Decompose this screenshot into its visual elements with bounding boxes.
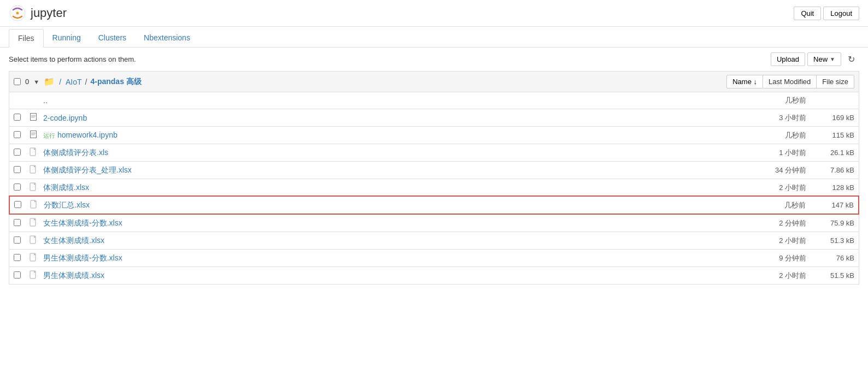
file-icon [29,218,39,228]
file-checkbox[interactable] [14,131,21,138]
file-size: 147 kB [810,201,854,209]
file-checkbox[interactable] [14,166,21,173]
file-row: 男生体测成绩.xlsx2 小时前51.5 kB [9,266,859,285]
tab-running[interactable]: Running [44,29,90,48]
notebook-icon [29,112,39,123]
file-modified: 1 小时前 [708,148,806,158]
file-icon [29,253,39,263]
file-name-link[interactable]: 女生体测成绩-分数.xlsx [43,218,703,228]
file-svg-icon [29,270,38,279]
file-checkbox[interactable] [14,271,21,279]
svg-rect-3 [31,114,36,120]
file-checkbox[interactable] [14,254,21,261]
file-svg-icon [29,235,38,244]
file-row: 运行homework4.ipynb几秒前115 kB [9,126,859,144]
file-row: 体侧成绩评分表.xls1 小时前26.1 kB [9,144,859,161]
file-size: 115 kB [811,131,854,139]
folder-icon: 📁 [44,76,55,87]
upload-button[interactable]: Upload [771,52,805,66]
file-checkbox[interactable] [14,201,21,208]
breadcrumb-root[interactable]: / [59,78,61,86]
file-modified: 9 分钟前 [708,253,806,263]
file-modified: 2 分钟前 [708,218,806,228]
file-checkbox[interactable] [14,114,21,121]
file-size-header[interactable]: File size [817,75,854,88]
file-list: 0 ▼ 📁 / AIoT / 4-pandas 高级 Name ↓ Last M… [0,71,868,285]
logo: jupyter [9,4,67,22]
file-svg-icon [29,218,38,227]
file-modified: 3 小时前 [708,113,806,123]
file-size: 51.5 kB [811,271,854,280]
tab-nbextensions[interactable]: Nbextensions [135,29,199,48]
file-size: 128 kB [811,183,854,192]
svg-rect-8 [31,131,36,138]
file-icon [29,147,39,158]
file-modified: 几秒前 [708,96,806,105]
notebook-svg-icon [29,112,38,121]
jupyter-logo-icon [9,4,26,22]
tabs: Files Running Clusters Nbextensions [0,29,868,48]
file-row: 男生体测成绩-分数.xlsx9 分钟前76 kB [9,249,859,266]
file-name-link[interactable]: 运行homework4.ipynb [43,131,703,140]
sort-name-button[interactable]: Name ↓ [726,75,763,88]
file-row: 女生体测成绩-分数.xlsx2 分钟前75.9 kB [9,214,859,232]
running-badge: 运行 [43,132,55,139]
toolbar: Select items to perform actions on them.… [0,48,868,71]
file-checkbox[interactable] [14,219,21,226]
file-icon [29,270,39,281]
file-name-link[interactable]: .. [43,96,703,105]
notebook-svg-icon [29,130,38,139]
file-rows-container: ..几秒前 2-code.ipynb3 小时前169 kB 运行homework… [9,92,859,285]
file-modified: 几秒前 [708,131,806,140]
file-size: 76 kB [811,254,854,262]
file-checkbox[interactable] [14,236,21,244]
file-svg-icon [29,165,38,174]
file-icon [30,200,39,210]
file-name-link[interactable]: 2-code.ipynb [43,114,703,122]
file-row: 女生体测成绩.xlsx2 小时前51.3 kB [9,232,859,249]
new-dropdown-arrow: ▼ [830,56,835,62]
file-checkbox[interactable] [14,149,21,156]
file-name-link[interactable]: 男生体测成绩.xlsx [43,271,703,281]
file-size: 75.9 kB [811,219,854,227]
sort-dropdown-arrow[interactable]: ▼ [33,79,39,85]
header-buttons: Quit Logout [794,7,859,20]
file-name-link[interactable]: 体测成绩.xlsx [43,183,703,193]
file-icon [29,182,39,193]
file-name-link[interactable]: 体侧成绩评分表.xls [43,148,703,158]
breadcrumb: / AIoT / 4-pandas 高级 [59,77,142,87]
breadcrumb-aiot[interactable]: AIoT [66,78,82,86]
file-modified: 2 小时前 [708,271,806,281]
tab-files[interactable]: Files [9,29,44,48]
refresh-icon: ↻ [848,55,855,64]
svg-point-1 [16,12,19,15]
file-svg-icon [30,200,38,209]
list-header-right: Name ↓ Last Modified File size [726,75,854,88]
refresh-button[interactable]: ↻ [843,52,859,67]
quit-button[interactable]: Quit [794,7,821,20]
file-icon [29,165,39,175]
list-header: 0 ▼ 📁 / AIoT / 4-pandas 高级 Name ↓ Last M… [9,71,859,92]
file-name-link[interactable]: 女生体测成绩.xlsx [43,236,703,246]
file-modified: 34 分钟前 [708,165,806,175]
file-name-link[interactable]: 体侧成绩评分表_处理.xlsx [43,165,703,175]
select-hint: Select items to perform actions on them. [9,55,136,63]
file-size: 7.86 kB [811,166,854,174]
file-svg-icon [29,147,38,156]
file-modified: 几秒前 [707,200,806,210]
select-all-checkbox[interactable] [14,78,21,85]
header: jupyter Quit Logout [0,0,868,27]
logout-button[interactable]: Logout [823,7,859,20]
last-modified-header[interactable]: Last Modified [763,75,817,88]
breadcrumb-current: 4-pandas 高级 [90,77,141,87]
file-size: 26.1 kB [811,149,854,157]
file-modified: 2 小时前 [708,183,806,193]
file-row: 2-code.ipynb3 小时前169 kB [9,109,859,126]
file-row: 体测成绩.xlsx2 小时前128 kB [9,179,859,196]
file-size: 169 kB [811,114,854,122]
new-button[interactable]: New ▼ [807,52,841,66]
file-name-link[interactable]: 分数汇总.xlsx [44,200,703,210]
file-checkbox[interactable] [14,183,21,191]
tab-clusters[interactable]: Clusters [90,29,135,48]
file-name-link[interactable]: 男生体测成绩-分数.xlsx [43,253,703,263]
